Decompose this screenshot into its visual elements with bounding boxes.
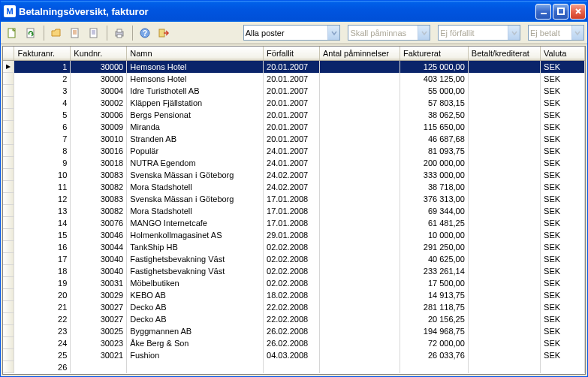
cell [400, 361, 468, 373]
titlebar[interactable]: M Betalningsöversikt, fakturor [1, 1, 587, 22]
table-row[interactable]: 2130027Decko AB22.02.2008281 118,75SEK [3, 301, 585, 313]
new-button[interactable] [4, 25, 21, 41]
table-row[interactable]: 1030083Svenska Mässan i Göteborg24.02.20… [3, 169, 585, 181]
cell: 19 [14, 277, 71, 289]
cell: 376 313,00 [400, 193, 468, 205]
reminder-combo[interactable]: Skall påminnas [348, 25, 430, 41]
cell: 30082 [71, 205, 127, 217]
cell [3, 337, 14, 349]
col-fakturerat[interactable]: Fakturerat [400, 47, 468, 61]
cell [71, 361, 127, 373]
col-fakturanr[interactable]: Fakturanr. [14, 47, 71, 61]
cell: 02.02.2008 [264, 277, 320, 289]
table-row[interactable]: 2030029KEBO AB18.02.200814 913,75SEK [3, 289, 585, 301]
list-button[interactable] [67, 25, 84, 41]
cell [319, 325, 400, 337]
cell: 5 [14, 109, 71, 121]
table-row[interactable]: 1630044TankShip HB02.02.2008291 250,00SE… [3, 241, 585, 253]
col-forfallit[interactable]: Förfallit [264, 47, 320, 61]
close-button[interactable] [570, 4, 586, 20]
cell: SEK [541, 337, 585, 349]
paid-combo[interactable]: Ej betalt [528, 25, 584, 41]
cell [319, 313, 400, 325]
cell [319, 61, 400, 73]
refresh-button[interactable] [23, 25, 40, 41]
cell: SEK [541, 181, 585, 193]
cell: 13 [14, 205, 71, 217]
table-row[interactable]: 1430076MANGO Internetcafe17.01.200861 48… [3, 217, 585, 229]
grid-scroll[interactable]: Fakturanr. Kundnr. Namn Förfallit Antal … [3, 47, 585, 374]
col-namn[interactable]: Namn [127, 47, 264, 61]
doc-icon [88, 27, 100, 39]
col-betalt[interactable]: Betalt/krediterat [468, 47, 540, 61]
maximize-button[interactable] [553, 4, 568, 20]
cell: SEK [541, 313, 585, 325]
cell [3, 121, 14, 133]
cell [468, 361, 540, 373]
cell [319, 265, 400, 277]
table-row[interactable]: 930018NUTRA Egendom24.01.2007200 000,00S… [3, 157, 585, 169]
table-row[interactable]: 830016Populär24.01.200781 093,75SEK [3, 145, 585, 157]
cell: 26 [14, 361, 71, 373]
cell [127, 361, 264, 373]
table-row[interactable]: 1730040Fastighetsbevakning Väst02.02.200… [3, 253, 585, 265]
cell: 81 093,75 [400, 145, 468, 157]
cell [3, 253, 14, 265]
table-row[interactable]: 2430023Åke Berg & Son26.02.200872 000,00… [3, 337, 585, 349]
cell: 30025 [71, 325, 127, 337]
table-row[interactable]: 330004Idre Turisthotell AB20.01.200755 0… [3, 85, 585, 97]
table-row[interactable]: 1530046Holmenkollmagasinet AS29.01.20081… [3, 229, 585, 241]
cell: 30018 [71, 157, 127, 169]
table-row[interactable]: 2230027Decko AB22.02.200820 156,25SEK [3, 313, 585, 325]
doc-button[interactable] [86, 25, 103, 41]
cell: Svenska Mässan i Göteborg [127, 193, 264, 205]
list-icon [69, 27, 81, 39]
cell [3, 205, 14, 217]
folder-button[interactable] [48, 25, 65, 41]
cell: SEK [541, 301, 585, 313]
cell: 20.01.2007 [264, 61, 320, 73]
table-row[interactable]: 530006Bergs Pensionat20.01.200738 062,50… [3, 109, 585, 121]
svg-rect-14 [117, 35, 122, 38]
col-kundnr[interactable]: Kundnr. [71, 47, 127, 61]
cell [468, 145, 540, 157]
cell [468, 253, 540, 265]
table-row[interactable]: 1230083Svenska Mässan i Göteborg17.01.20… [3, 193, 585, 205]
table-row[interactable]: 2530021Fushion04.03.200826 033,76SEK [3, 349, 585, 361]
print-icon [113, 27, 125, 39]
cell [3, 193, 14, 205]
cell: 30016 [71, 145, 127, 157]
separator [107, 26, 107, 41]
cell: 22.02.2008 [264, 301, 320, 313]
table-row[interactable]: 1930031Möbelbutiken02.02.200817 500,00SE… [3, 277, 585, 289]
close-icon [574, 7, 583, 16]
cell: Hemsons Hotel [127, 73, 264, 85]
toolbar: ? Alla poster Skall påminnas Ej förfalli… [1, 22, 587, 44]
cell: 9 [14, 157, 71, 169]
table-row[interactable]: 1130082Mora Stadshotell24.02.200738 718,… [3, 181, 585, 193]
print-button[interactable] [111, 25, 128, 41]
table-row[interactable]: 26 [3, 361, 585, 373]
cell: SEK [541, 229, 585, 241]
due-combo[interactable]: Ej förfallit [438, 25, 520, 41]
minimize-button[interactable] [535, 4, 551, 20]
col-paminnelser[interactable]: Antal påminnelser [319, 47, 400, 61]
cell: 26.02.2008 [264, 337, 320, 349]
cell [3, 109, 14, 121]
table-row[interactable]: 1830040Fastighetsbevakning Väst02.02.200… [3, 265, 585, 277]
table-row[interactable]: 630009Miranda20.01.2007115 650,00SEK [3, 121, 585, 133]
help-button[interactable]: ? [137, 25, 154, 41]
filter-combo[interactable]: Alla poster [243, 25, 341, 41]
window: M Betalningsöversikt, fakturor ? Alla po [0, 0, 588, 377]
table-row[interactable]: 130000Hemsons Hotel20.01.2007125 000,00S… [3, 61, 585, 73]
cell [319, 301, 400, 313]
table-row[interactable]: 430002Kläppen Fjällstation20.01.200757 8… [3, 97, 585, 109]
exit-button[interactable] [155, 25, 173, 41]
cell: 3 [14, 85, 71, 97]
col-valuta[interactable]: Valuta [541, 47, 585, 61]
table-row[interactable]: 2330025Byggmannen AB26.02.2008194 968,75… [3, 325, 585, 337]
table-row[interactable]: 1330082Mora Stadshotell17.01.200869 344,… [3, 205, 585, 217]
cell: 4 [14, 97, 71, 109]
table-row[interactable]: 230000Hemsons Hotel20.01.2007403 125,00S… [3, 73, 585, 85]
table-row[interactable]: 730010Stranden AB20.01.200746 687,68SEK [3, 133, 585, 145]
